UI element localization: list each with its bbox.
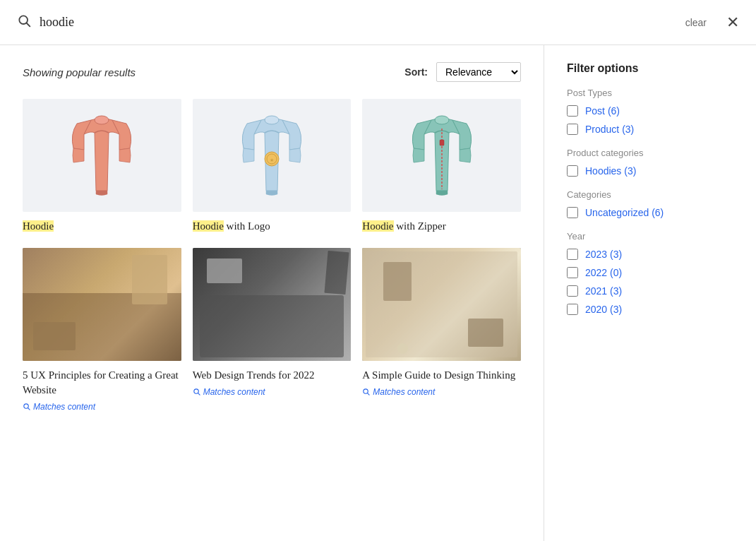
year-2023-label[interactable]: 2023 (3) bbox=[585, 249, 622, 260]
card-image-hoodie bbox=[23, 99, 181, 212]
filter-option: Hoodies (3) bbox=[567, 165, 733, 177]
main-layout: Showing popular results Sort: Relevance … bbox=[0, 45, 756, 541]
filter-option: 2021 (3) bbox=[567, 285, 733, 297]
card-image-hoodie-zipper bbox=[362, 99, 521, 212]
title-highlight: Hoodie bbox=[362, 220, 393, 232]
filter-option: 2022 (0) bbox=[567, 267, 733, 278]
matches-label: Matches content bbox=[33, 402, 95, 412]
post-checkbox[interactable] bbox=[567, 105, 578, 117]
product-label[interactable]: Product (3) bbox=[585, 124, 634, 135]
results-panel: Showing popular results Sort: Relevance … bbox=[0, 45, 544, 541]
svg-line-15 bbox=[368, 393, 370, 395]
year-2020-checkbox[interactable] bbox=[567, 304, 578, 315]
card-title: A Simple Guide to Design Thinking bbox=[362, 368, 521, 383]
hoodies-label[interactable]: Hoodies (3) bbox=[585, 165, 636, 177]
sort-select[interactable]: Relevance Date Title bbox=[436, 62, 521, 82]
title-highlight: Hoodie bbox=[193, 220, 224, 232]
filter-option: 2020 (3) bbox=[567, 304, 733, 315]
uncategorized-label[interactable]: Uncategorized (6) bbox=[585, 207, 664, 218]
search-icon bbox=[17, 13, 31, 31]
filter-section-categories: Categories bbox=[567, 189, 733, 200]
search-input[interactable]: hoodie bbox=[40, 15, 677, 30]
matches-badge: Matches content bbox=[362, 387, 521, 397]
matches-badge: Matches content bbox=[23, 402, 181, 412]
svg-line-13 bbox=[198, 393, 200, 395]
search-sm-icon bbox=[362, 388, 370, 397]
svg-line-11 bbox=[28, 408, 30, 410]
result-card: 5 UX Principles for Creating a Great Web… bbox=[23, 248, 181, 412]
card-title: 5 UX Principles for Creating a Great Web… bbox=[23, 368, 181, 398]
showing-text: Showing popular results bbox=[23, 66, 136, 78]
matches-label: Matches content bbox=[373, 387, 435, 397]
svg-point-2 bbox=[95, 116, 109, 124]
year-2022-checkbox[interactable] bbox=[567, 267, 578, 278]
year-2022-label[interactable]: 2022 (0) bbox=[585, 267, 622, 278]
filter-option: Product (3) bbox=[567, 124, 733, 135]
card-title: Web Design Trends for 2022 bbox=[193, 368, 352, 383]
year-2020-label[interactable]: 2020 (3) bbox=[585, 304, 622, 315]
post-label[interactable]: Post (6) bbox=[585, 105, 620, 117]
filter-section-product-categories: Product categories bbox=[567, 148, 733, 158]
search-sm-icon bbox=[193, 388, 200, 397]
product-checkbox[interactable] bbox=[567, 124, 578, 135]
result-card: Hoodie bbox=[23, 99, 181, 234]
uncategorized-checkbox[interactable] bbox=[567, 207, 578, 218]
card-image-hoodie-logo: ★ bbox=[193, 99, 352, 212]
card-image-design bbox=[362, 248, 521, 361]
svg-line-1 bbox=[27, 23, 30, 27]
svg-point-7 bbox=[435, 116, 449, 124]
filter-panel: Filter options Post Types Post (6) Produ… bbox=[544, 45, 756, 541]
card-title: Hoodie bbox=[23, 219, 181, 234]
year-2021-label[interactable]: 2021 (3) bbox=[585, 285, 622, 297]
close-button[interactable]: ✕ bbox=[726, 13, 739, 32]
result-card: Web Design Trends for 2022 Matches conte… bbox=[193, 248, 352, 412]
svg-rect-9 bbox=[440, 140, 444, 145]
hoodies-checkbox[interactable] bbox=[567, 165, 578, 177]
svg-text:★: ★ bbox=[270, 157, 274, 162]
results-grid: Hoodie bbox=[23, 99, 521, 412]
svg-point-3 bbox=[265, 116, 279, 124]
filter-section-post-types: Post Types bbox=[567, 88, 733, 98]
matches-label: Matches content bbox=[203, 387, 265, 397]
result-card: Hoodie with Zipper bbox=[362, 99, 521, 234]
title-text: A Simple Guide to Design Thinking bbox=[362, 369, 515, 381]
result-card: A Simple Guide to Design Thinking Matche… bbox=[362, 248, 521, 412]
card-image-ux bbox=[23, 248, 181, 361]
title-rest: with Logo bbox=[224, 220, 270, 232]
title-text: Web Design Trends for 2022 bbox=[193, 369, 315, 381]
filter-option: 2023 (3) bbox=[567, 249, 733, 260]
card-title: Hoodie with Logo bbox=[193, 219, 352, 234]
filter-title: Filter options bbox=[567, 62, 733, 75]
filter-option: Post (6) bbox=[567, 105, 733, 117]
sort-label: Sort: bbox=[404, 66, 428, 78]
title-rest: with Zipper bbox=[394, 220, 446, 232]
year-2023-checkbox[interactable] bbox=[567, 249, 578, 260]
filter-option: Uncategorized (6) bbox=[567, 207, 733, 218]
title-highlight: Hoodie bbox=[23, 220, 54, 232]
card-title: Hoodie with Zipper bbox=[362, 219, 521, 234]
search-bar: hoodie clear ✕ bbox=[0, 0, 756, 45]
result-card: ★ Hoodie with Logo bbox=[193, 99, 352, 234]
matches-badge: Matches content bbox=[193, 387, 352, 397]
clear-button[interactable]: clear bbox=[685, 17, 707, 28]
year-2021-checkbox[interactable] bbox=[567, 285, 578, 297]
filter-section-year: Year bbox=[567, 231, 733, 242]
results-header: Showing popular results Sort: Relevance … bbox=[23, 62, 521, 82]
search-sm-icon bbox=[23, 403, 30, 412]
card-image-web bbox=[193, 248, 352, 361]
title-text: 5 UX Principles for Creating a Great Web… bbox=[23, 369, 179, 396]
